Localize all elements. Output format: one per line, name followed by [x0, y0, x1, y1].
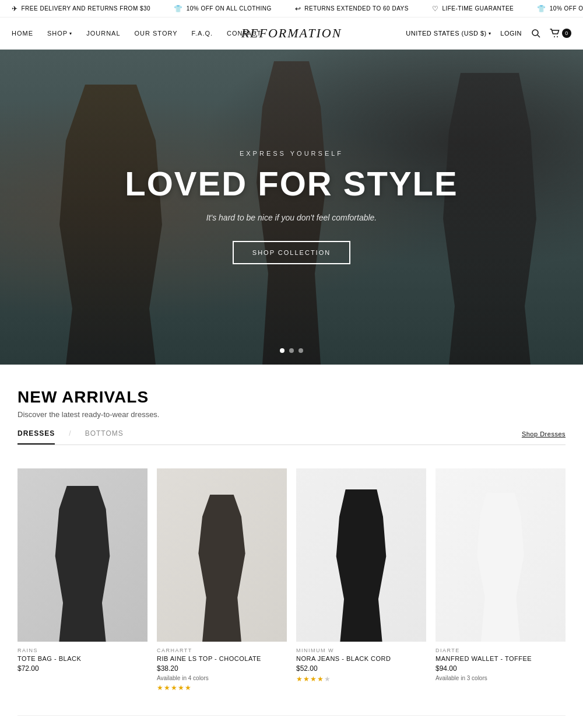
product-price-3: $52.00 [296, 664, 426, 673]
nav-shop[interactable]: SHOP ▾ [47, 30, 72, 37]
announcement-text-2: 10% OFF ON ALL CLOTHING [187, 5, 272, 12]
hero-dot-2[interactable] [289, 348, 294, 353]
star-1: ★ [296, 675, 303, 683]
hero-dot-3[interactable] [298, 348, 303, 353]
product-grid: RAINS TOTE BAG - BLACK $72.00 CARHARTT R… [17, 468, 566, 716]
site-logo[interactable]: REFORMATION [241, 26, 342, 41]
announcement-item-4: ♡ LIFE-TIME GUARANTEE [420, 5, 525, 13]
announcement-text-5: 10% OFF ON ALL CLOTHING [550, 5, 583, 12]
product-card-2[interactable]: CARHARTT RIB AINE LS TOP - CHOCOLATE $38… [157, 468, 287, 692]
announcement-text-1: FREE DELIVERY AND RETURNS FROM $30 [22, 5, 151, 12]
product-card-3[interactable]: MINIMUM W NORA JEANS - BLACK CORD $52.00… [296, 468, 426, 692]
region-selector[interactable]: UNITED STATES (USD $) ▾ [406, 30, 491, 37]
announcement-item-1: ✈ FREE DELIVERY AND RETURNS FROM $30 [0, 5, 162, 13]
tab-separator: / [69, 429, 71, 444]
cart-icon [550, 29, 560, 38]
returns-icon: ↩ [295, 5, 301, 13]
new-arrivals-title: NEW ARRIVALS [17, 388, 566, 407]
hero-dots [280, 348, 303, 353]
hero-dot-1[interactable] [280, 348, 285, 353]
login-button[interactable]: LOGIN [500, 30, 522, 37]
product-price-1: $72.00 [17, 664, 147, 673]
product-colors-2: Available in 4 colors [157, 675, 287, 681]
feel-banner: ✳ FEEL AUTHENTIC ✳ FEEL TRE [0, 716, 583, 728]
new-arrivals-subtitle: Discover the latest ready-to-wear dresse… [17, 410, 566, 419]
product-figure-2 [183, 495, 261, 642]
nav-home[interactable]: HOME [12, 30, 33, 37]
star-3: ★ [310, 675, 317, 683]
star-1: ★ [157, 684, 163, 692]
product-name-1: TOTE BAG - BLACK [17, 655, 147, 662]
announcement-item-5: 👕 10% OFF ON ALL CLOTHING [525, 5, 583, 13]
announcement-item-3: ↩ RETURNS EXTENDED TO 60 DAYS [283, 5, 420, 13]
product-stars-2: ★ ★ ★ ★ ★ [157, 684, 287, 692]
svg-point-2 [554, 36, 555, 37]
product-image-2 [157, 468, 287, 642]
product-brand-4: DIARTE [436, 648, 566, 653]
star-5-empty: ★ [324, 675, 331, 683]
announcement-text-4: LIFE-TIME GUARANTEE [442, 5, 514, 12]
tabs-row: DRESSES / BOTTOMS Shop Dresses [17, 429, 566, 445]
product-image-1 [17, 468, 147, 642]
star-5: ★ [185, 684, 191, 692]
main-nav: HOME SHOP ▾ JOURNAL OUR STORY F.A.Q. CON… [0, 18, 583, 50]
tab-bottoms[interactable]: BOTTOMS [85, 429, 124, 444]
product-card-1[interactable]: RAINS TOTE BAG - BLACK $72.00 [17, 468, 147, 692]
product-image-4 [436, 468, 566, 642]
product-brand-1: RAINS [17, 648, 147, 653]
star-2: ★ [164, 684, 170, 692]
product-name-2: RIB AINE LS TOP - CHOCOLATE [157, 655, 287, 662]
new-arrivals-section: NEW ARRIVALS Discover the latest ready-t… [0, 365, 583, 716]
svg-point-0 [532, 30, 538, 36]
cart-button[interactable]: 0 [550, 29, 571, 38]
star-2: ★ [303, 675, 310, 683]
product-brand-2: CARHARTT [157, 648, 287, 653]
announcement-text-3: RETURNS EXTENDED TO 60 DAYS [304, 5, 409, 12]
product-price-4: $94.00 [436, 664, 566, 673]
star-3: ★ [171, 684, 177, 692]
chevron-down-icon: ▾ [69, 31, 72, 36]
star-4: ★ [178, 684, 184, 692]
cart-count: 0 [562, 29, 571, 38]
product-colors-4: Available in 3 colors [436, 675, 566, 681]
product-card-4[interactable]: DIARTE MANFRED WALLET - TOFFEE $94.00 Av… [436, 468, 566, 692]
nav-journal[interactable]: JOURNAL [86, 30, 120, 37]
shop-collection-button[interactable]: SHOP COLLECTION [233, 241, 350, 264]
product-figure-4 [462, 493, 540, 642]
announcement-item-2: 👕 10% OFF ON ALL CLOTHING [162, 5, 283, 13]
hero-section: EXPRESS YOURSELF LOVED FOR STYLE It's ha… [0, 50, 583, 365]
hero-subtitle: It's hard to be nice if you don't feel c… [125, 213, 458, 222]
announcement-bar: ✈ FREE DELIVERY AND RETURNS FROM $30 👕 1… [0, 0, 583, 18]
product-figure-3 [322, 489, 401, 642]
star-4: ★ [317, 675, 324, 683]
product-figure-1 [44, 486, 122, 642]
heart-icon: ♡ [432, 5, 439, 13]
product-image-3 [296, 468, 426, 642]
region-chevron-icon: ▾ [489, 31, 491, 36]
product-name-4: MANFRED WALLET - TOFFEE [436, 655, 566, 662]
delivery-icon: ✈ [12, 5, 18, 13]
nav-faq[interactable]: F.A.Q. [192, 30, 213, 37]
hero-title: LOVED FOR STYLE [125, 165, 458, 202]
tabs-left: DRESSES / BOTTOMS [17, 429, 124, 444]
product-name-3: NORA JEANS - BLACK CORD [296, 655, 426, 662]
nav-our-story[interactable]: OUR STORY [135, 30, 178, 37]
product-price-2: $38.20 [157, 664, 287, 673]
clothing-icon-1: 👕 [174, 5, 183, 13]
svg-line-1 [538, 35, 540, 37]
tab-dresses[interactable]: DRESSES [17, 429, 55, 444]
shop-dresses-link[interactable]: Shop Dresses [522, 430, 566, 443]
search-button[interactable] [531, 29, 540, 38]
clothing-icon-2: 👕 [537, 5, 546, 13]
hero-content: EXPRESS YOURSELF LOVED FOR STYLE It's ha… [125, 150, 458, 264]
product-brand-3: MINIMUM W [296, 648, 426, 653]
search-icon [531, 29, 540, 38]
hero-eyebrow: EXPRESS YOURSELF [125, 150, 458, 157]
svg-point-3 [557, 36, 558, 37]
product-stars-3: ★ ★ ★ ★ ★ [296, 675, 426, 683]
